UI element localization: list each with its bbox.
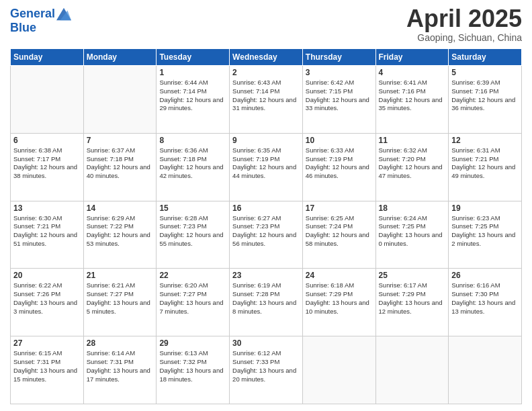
logo-text: General xyxy=(10,7,55,21)
day-number: 20 xyxy=(13,271,81,280)
calendar-cell: 3Sunrise: 6:42 AM Sunset: 7:15 PM Daylig… xyxy=(302,66,375,134)
day-number: 11 xyxy=(379,136,446,145)
day-info: Sunrise: 6:41 AM Sunset: 7:16 PM Dayligh… xyxy=(379,79,446,113)
day-number: 18 xyxy=(379,203,446,213)
day-info: Sunrise: 6:36 AM Sunset: 7:18 PM Dayligh… xyxy=(159,146,226,181)
day-number: 24 xyxy=(306,271,373,280)
day-number: 13 xyxy=(13,203,81,213)
day-number: 3 xyxy=(306,68,373,77)
day-info: Sunrise: 6:42 AM Sunset: 7:15 PM Dayligh… xyxy=(306,79,373,113)
logo: General Blue xyxy=(10,7,71,35)
day-number: 2 xyxy=(232,68,300,77)
calendar-cell: 23Sunrise: 6:19 AM Sunset: 7:28 PM Dayli… xyxy=(230,269,303,336)
calendar-cell: 11Sunrise: 6:32 AM Sunset: 7:20 PM Dayli… xyxy=(375,133,449,201)
location: Gaoping, Sichuan, China xyxy=(406,32,522,43)
day-number: 16 xyxy=(232,203,300,213)
day-number: 14 xyxy=(87,203,154,213)
day-info: Sunrise: 6:35 AM Sunset: 7:19 PM Dayligh… xyxy=(232,146,300,181)
calendar-cell: 7Sunrise: 6:37 AM Sunset: 7:18 PM Daylig… xyxy=(83,133,157,201)
day-number: 1 xyxy=(159,68,226,77)
day-number: 12 xyxy=(451,136,519,145)
dow-header: Sunday xyxy=(11,49,84,66)
day-info: Sunrise: 6:14 AM Sunset: 7:31 PM Dayligh… xyxy=(87,349,154,383)
day-info: Sunrise: 6:13 AM Sunset: 7:32 PM Dayligh… xyxy=(159,349,226,383)
day-info: Sunrise: 6:39 AM Sunset: 7:16 PM Dayligh… xyxy=(451,79,519,113)
calendar-week-row: 13Sunrise: 6:30 AM Sunset: 7:21 PM Dayli… xyxy=(11,201,522,269)
day-info: Sunrise: 6:30 AM Sunset: 7:21 PM Dayligh… xyxy=(13,214,81,248)
calendar-cell: 9Sunrise: 6:35 AM Sunset: 7:19 PM Daylig… xyxy=(230,133,303,201)
day-number: 4 xyxy=(379,68,446,77)
page: General Blue April 2025 Gaoping, Sichuan… xyxy=(0,0,532,411)
logo-icon xyxy=(56,7,71,21)
day-info: Sunrise: 6:19 AM Sunset: 7:28 PM Dayligh… xyxy=(232,281,300,316)
day-number: 5 xyxy=(451,68,519,77)
day-number: 28 xyxy=(87,338,154,348)
day-number: 29 xyxy=(159,338,226,348)
calendar-cell: 13Sunrise: 6:30 AM Sunset: 7:21 PM Dayli… xyxy=(11,201,84,269)
day-info: Sunrise: 6:27 AM Sunset: 7:23 PM Dayligh… xyxy=(232,214,300,248)
calendar-cell: 24Sunrise: 6:18 AM Sunset: 7:29 PM Dayli… xyxy=(302,269,375,336)
day-number: 27 xyxy=(13,338,81,348)
day-info: Sunrise: 6:12 AM Sunset: 7:33 PM Dayligh… xyxy=(232,349,300,383)
calendar-cell: 5Sunrise: 6:39 AM Sunset: 7:16 PM Daylig… xyxy=(449,66,522,134)
day-info: Sunrise: 6:24 AM Sunset: 7:25 PM Dayligh… xyxy=(379,214,446,248)
calendar-cell: 29Sunrise: 6:13 AM Sunset: 7:32 PM Dayli… xyxy=(157,336,230,404)
day-info: Sunrise: 6:17 AM Sunset: 7:29 PM Dayligh… xyxy=(379,281,446,316)
calendar-cell: 1Sunrise: 6:44 AM Sunset: 7:14 PM Daylig… xyxy=(157,66,230,134)
day-info: Sunrise: 6:20 AM Sunset: 7:27 PM Dayligh… xyxy=(159,281,226,316)
day-info: Sunrise: 6:15 AM Sunset: 7:31 PM Dayligh… xyxy=(13,349,81,383)
day-info: Sunrise: 6:32 AM Sunset: 7:20 PM Dayligh… xyxy=(379,146,446,181)
day-number: 6 xyxy=(13,136,81,145)
day-of-week-row: SundayMondayTuesdayWednesdayThursdayFrid… xyxy=(11,49,522,66)
dow-header: Saturday xyxy=(449,49,522,66)
calendar-cell xyxy=(83,66,157,134)
calendar-week-row: 6Sunrise: 6:38 AM Sunset: 7:17 PM Daylig… xyxy=(11,133,522,201)
calendar-cell: 26Sunrise: 6:16 AM Sunset: 7:30 PM Dayli… xyxy=(449,269,522,336)
calendar-cell: 10Sunrise: 6:33 AM Sunset: 7:19 PM Dayli… xyxy=(302,133,375,201)
calendar-cell: 17Sunrise: 6:25 AM Sunset: 7:24 PM Dayli… xyxy=(302,201,375,269)
day-number: 10 xyxy=(306,136,373,145)
day-number: 21 xyxy=(87,271,154,280)
day-number: 9 xyxy=(232,136,300,145)
calendar-cell: 14Sunrise: 6:29 AM Sunset: 7:22 PM Dayli… xyxy=(83,201,157,269)
calendar-week-row: 27Sunrise: 6:15 AM Sunset: 7:31 PM Dayli… xyxy=(11,336,522,404)
calendar-cell: 30Sunrise: 6:12 AM Sunset: 7:33 PM Dayli… xyxy=(230,336,303,404)
day-info: Sunrise: 6:29 AM Sunset: 7:22 PM Dayligh… xyxy=(87,214,154,248)
calendar-cell: 16Sunrise: 6:27 AM Sunset: 7:23 PM Dayli… xyxy=(230,201,303,269)
calendar-cell: 8Sunrise: 6:36 AM Sunset: 7:18 PM Daylig… xyxy=(157,133,230,201)
day-info: Sunrise: 6:25 AM Sunset: 7:24 PM Dayligh… xyxy=(306,214,373,248)
calendar-cell: 22Sunrise: 6:20 AM Sunset: 7:27 PM Dayli… xyxy=(157,269,230,336)
day-number: 23 xyxy=(232,271,300,280)
day-number: 30 xyxy=(232,338,300,348)
dow-header: Friday xyxy=(375,49,449,66)
title-block: April 2025 Gaoping, Sichuan, China xyxy=(406,7,522,43)
day-number: 26 xyxy=(451,271,519,280)
calendar: SundayMondayTuesdayWednesdayThursdayFrid… xyxy=(10,48,522,404)
day-number: 8 xyxy=(159,136,226,145)
day-number: 17 xyxy=(306,203,373,213)
calendar-week-row: 20Sunrise: 6:22 AM Sunset: 7:26 PM Dayli… xyxy=(11,269,522,336)
day-info: Sunrise: 6:16 AM Sunset: 7:30 PM Dayligh… xyxy=(451,281,519,316)
calendar-cell: 6Sunrise: 6:38 AM Sunset: 7:17 PM Daylig… xyxy=(11,133,84,201)
day-number: 22 xyxy=(159,271,226,280)
day-number: 7 xyxy=(87,136,154,145)
logo-blue: Blue xyxy=(10,21,71,35)
header: General Blue April 2025 Gaoping, Sichuan… xyxy=(10,7,522,43)
day-info: Sunrise: 6:44 AM Sunset: 7:14 PM Dayligh… xyxy=(159,79,226,113)
calendar-body: 1Sunrise: 6:44 AM Sunset: 7:14 PM Daylig… xyxy=(11,66,522,404)
month-title: April 2025 xyxy=(406,7,522,31)
dow-header: Monday xyxy=(83,49,157,66)
calendar-cell xyxy=(11,66,84,134)
calendar-cell: 2Sunrise: 6:43 AM Sunset: 7:14 PM Daylig… xyxy=(230,66,303,134)
day-info: Sunrise: 6:22 AM Sunset: 7:26 PM Dayligh… xyxy=(13,281,81,316)
day-info: Sunrise: 6:43 AM Sunset: 7:14 PM Dayligh… xyxy=(232,79,300,113)
calendar-cell xyxy=(302,336,375,404)
dow-header: Wednesday xyxy=(230,49,303,66)
calendar-cell: 15Sunrise: 6:28 AM Sunset: 7:23 PM Dayli… xyxy=(157,201,230,269)
calendar-cell xyxy=(375,336,449,404)
day-info: Sunrise: 6:28 AM Sunset: 7:23 PM Dayligh… xyxy=(159,214,226,248)
day-info: Sunrise: 6:37 AM Sunset: 7:18 PM Dayligh… xyxy=(87,146,154,181)
day-info: Sunrise: 6:23 AM Sunset: 7:25 PM Dayligh… xyxy=(451,214,519,248)
dow-header: Thursday xyxy=(302,49,375,66)
day-info: Sunrise: 6:33 AM Sunset: 7:19 PM Dayligh… xyxy=(306,146,373,181)
